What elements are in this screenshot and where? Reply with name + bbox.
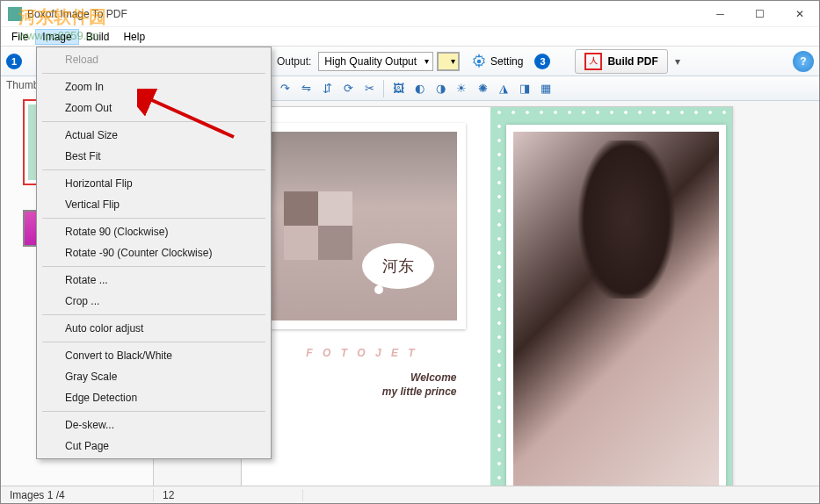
color-swatch	[438, 53, 459, 70]
maximize-button[interactable]: ☐	[740, 1, 780, 27]
brightness-down-icon[interactable]: ◑	[432, 80, 449, 97]
welcome-line-1: Welcome	[259, 371, 457, 385]
photo-right-content	[513, 132, 719, 486]
menu-separator	[42, 266, 265, 267]
menu-build[interactable]: Build	[79, 29, 117, 45]
menu-item-rotate-90-clockwise[interactable]: Rotate 90 (Clockwise)	[39, 221, 269, 242]
menu-item-cut-page[interactable]: Cut Page	[39, 436, 269, 457]
step-1-badge: 1	[6, 54, 22, 69]
crop-icon[interactable]: ✂	[360, 80, 378, 97]
menu-separator	[42, 218, 265, 219]
status-bar: Images 1 /4 12	[1, 486, 819, 503]
menu-item-auto-color-adjust[interactable]: Auto color adjust	[39, 318, 269, 339]
page-right-bg	[490, 107, 732, 486]
pdf-icon: 人	[584, 53, 602, 70]
build-pdf-button[interactable]: 人 Build PDF	[575, 49, 667, 74]
menu-item-horizontal-flip[interactable]: Horizontal Flip	[39, 173, 269, 194]
minimize-button[interactable]: ─	[700, 1, 740, 27]
color-picker[interactable]	[437, 52, 460, 71]
build-dropdown-arrow[interactable]: ▾	[675, 55, 680, 68]
menu-item-de-skew[interactable]: De-skew...	[39, 414, 269, 436]
menu-item-rotate-90-counter-clockwise[interactable]: Rotate -90 (Counter Clockwise)	[39, 242, 269, 263]
menu-item-crop[interactable]: Crop ...	[39, 291, 269, 312]
bw-icon[interactable]: ◨	[516, 80, 533, 97]
output-label: Output:	[277, 55, 311, 68]
menu-separator	[42, 169, 265, 170]
menu-item-best-fit[interactable]: Best Fit	[39, 146, 269, 167]
status-value: 12	[154, 489, 303, 501]
output-quality-select[interactable]: High Quality Output	[318, 52, 433, 71]
menu-item-zoom-out[interactable]: Zoom Out	[39, 97, 269, 119]
build-pdf-label: Build PDF	[607, 55, 657, 68]
grayscale-icon[interactable]: ◮	[495, 80, 512, 97]
close-button[interactable]: ✕	[780, 1, 819, 27]
image-menu-dropdown: ReloadZoom InZoom OutActual SizeBest Fit…	[36, 47, 272, 459]
brightness-up-icon[interactable]: ◐	[410, 80, 428, 97]
status-images-count: Images 1 /4	[1, 489, 154, 501]
rotate-icon[interactable]: ⟳	[339, 80, 357, 97]
menu-separator	[42, 314, 265, 315]
menu-item-vertical-flip[interactable]: Vertical Flip	[39, 194, 269, 215]
page-preview: 河东 F O T O J E T Welcome my little princ…	[241, 106, 733, 486]
output-quality-value: High Quality Output	[324, 55, 417, 68]
menu-file[interactable]: File	[4, 29, 35, 45]
page-left-col: 河东 F O T O J E T Welcome my little princ…	[259, 123, 466, 399]
rotate-right-icon[interactable]: ↷	[276, 80, 294, 97]
window-controls: ─ ☐ ✕	[700, 1, 819, 27]
step-3-badge: 3	[534, 54, 550, 69]
gear-icon	[471, 54, 487, 69]
auto-color-icon[interactable]: 🖼	[389, 80, 407, 97]
settings-label: Setting	[490, 55, 523, 68]
flip-v-icon[interactable]: ⇵	[318, 80, 336, 97]
help-button[interactable]: ?	[793, 51, 814, 72]
menu-item-edge-detection[interactable]: Edge Detection	[39, 387, 269, 408]
menu-separator	[42, 342, 265, 342]
fotojet-label: F O T O J E T	[259, 347, 466, 359]
contrast-down-icon[interactable]: ✺	[474, 80, 491, 97]
menu-help[interactable]: Help	[116, 29, 152, 45]
photo-left: 河东	[259, 123, 466, 329]
menu-item-rotate[interactable]: Rotate ...	[39, 270, 269, 291]
contrast-up-icon[interactable]: ☀	[453, 80, 470, 97]
toolbar-separator	[383, 80, 384, 97]
menu-separator	[42, 121, 265, 122]
speech-bubble: 河东	[362, 243, 434, 289]
welcome-line-2: my little prince	[259, 385, 457, 400]
pixelated-region	[284, 191, 352, 260]
menu-item-reload: Reload	[39, 49, 269, 70]
photo-right	[506, 125, 726, 486]
menu-item-convert-to-black-white[interactable]: Convert to Black/White	[39, 345, 269, 366]
menu-item-gray-scale[interactable]: Gray Scale	[39, 366, 269, 387]
menu-item-zoom-in[interactable]: Zoom In	[39, 76, 269, 97]
settings-button[interactable]: Setting	[463, 50, 531, 73]
welcome-text: Welcome my little prince	[259, 371, 466, 399]
menu-separator	[42, 411, 265, 412]
app-icon	[8, 7, 22, 21]
edge-icon[interactable]: ▦	[537, 80, 555, 97]
title-bar: Boxoft Image To PDF ─ ☐ ✕	[1, 1, 819, 27]
svg-point-0	[477, 59, 482, 63]
menu-bar: File Image Build Help	[1, 27, 819, 47]
window-title: Boxoft Image To PDF	[27, 8, 812, 20]
flip-h-icon[interactable]: ⇋	[297, 80, 315, 97]
menu-separator	[42, 73, 265, 74]
menu-image[interactable]: Image	[35, 29, 78, 45]
menu-item-actual-size[interactable]: Actual Size	[39, 125, 269, 146]
